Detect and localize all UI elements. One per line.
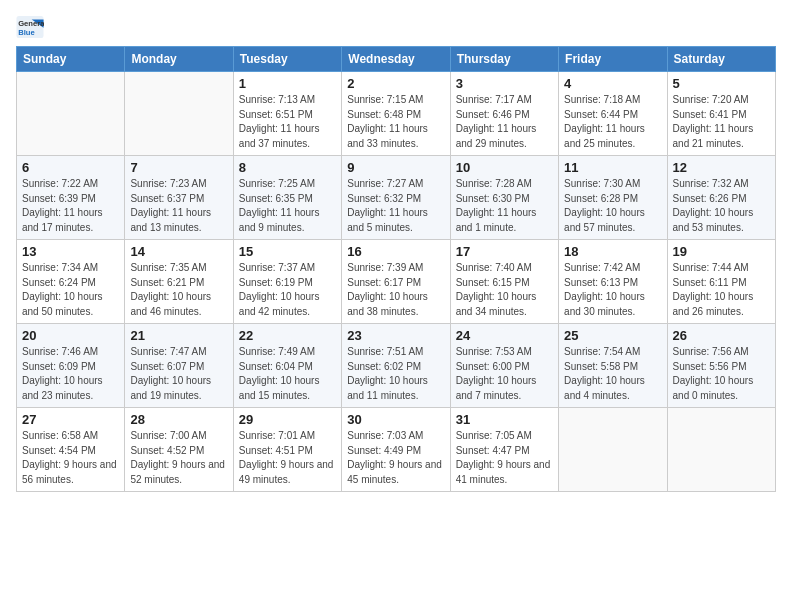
calendar-cell: 19Sunrise: 7:44 AM Sunset: 6:11 PM Dayli… [667,240,775,324]
calendar-cell: 16Sunrise: 7:39 AM Sunset: 6:17 PM Dayli… [342,240,450,324]
day-info: Sunrise: 7:56 AM Sunset: 5:56 PM Dayligh… [673,345,770,403]
day-number: 25 [564,328,661,343]
calendar-cell: 14Sunrise: 7:35 AM Sunset: 6:21 PM Dayli… [125,240,233,324]
calendar-table: SundayMondayTuesdayWednesdayThursdayFrid… [16,46,776,492]
calendar-cell: 9Sunrise: 7:27 AM Sunset: 6:32 PM Daylig… [342,156,450,240]
calendar-cell: 20Sunrise: 7:46 AM Sunset: 6:09 PM Dayli… [17,324,125,408]
day-number: 22 [239,328,336,343]
day-info: Sunrise: 7:51 AM Sunset: 6:02 PM Dayligh… [347,345,444,403]
day-info: Sunrise: 6:58 AM Sunset: 4:54 PM Dayligh… [22,429,119,487]
day-number: 29 [239,412,336,427]
weekday-header-thursday: Thursday [450,47,558,72]
day-info: Sunrise: 7:13 AM Sunset: 6:51 PM Dayligh… [239,93,336,151]
day-number: 2 [347,76,444,91]
calendar-week-row: 27Sunrise: 6:58 AM Sunset: 4:54 PM Dayli… [17,408,776,492]
weekday-header-tuesday: Tuesday [233,47,341,72]
calendar-cell: 1Sunrise: 7:13 AM Sunset: 6:51 PM Daylig… [233,72,341,156]
day-number: 26 [673,328,770,343]
calendar-cell: 17Sunrise: 7:40 AM Sunset: 6:15 PM Dayli… [450,240,558,324]
day-number: 13 [22,244,119,259]
day-number: 1 [239,76,336,91]
day-info: Sunrise: 7:37 AM Sunset: 6:19 PM Dayligh… [239,261,336,319]
day-info: Sunrise: 7:15 AM Sunset: 6:48 PM Dayligh… [347,93,444,151]
day-number: 28 [130,412,227,427]
calendar-cell: 11Sunrise: 7:30 AM Sunset: 6:28 PM Dayli… [559,156,667,240]
day-info: Sunrise: 7:01 AM Sunset: 4:51 PM Dayligh… [239,429,336,487]
calendar-cell: 28Sunrise: 7:00 AM Sunset: 4:52 PM Dayli… [125,408,233,492]
weekday-header-row: SundayMondayTuesdayWednesdayThursdayFrid… [17,47,776,72]
weekday-header-sunday: Sunday [17,47,125,72]
svg-text:Blue: Blue [18,28,35,37]
day-info: Sunrise: 7:46 AM Sunset: 6:09 PM Dayligh… [22,345,119,403]
calendar-cell: 15Sunrise: 7:37 AM Sunset: 6:19 PM Dayli… [233,240,341,324]
day-number: 19 [673,244,770,259]
calendar-cell: 27Sunrise: 6:58 AM Sunset: 4:54 PM Dayli… [17,408,125,492]
day-info: Sunrise: 7:49 AM Sunset: 6:04 PM Dayligh… [239,345,336,403]
day-info: Sunrise: 7:35 AM Sunset: 6:21 PM Dayligh… [130,261,227,319]
calendar-cell: 5Sunrise: 7:20 AM Sunset: 6:41 PM Daylig… [667,72,775,156]
calendar-cell: 29Sunrise: 7:01 AM Sunset: 4:51 PM Dayli… [233,408,341,492]
calendar-cell: 6Sunrise: 7:22 AM Sunset: 6:39 PM Daylig… [17,156,125,240]
day-info: Sunrise: 7:39 AM Sunset: 6:17 PM Dayligh… [347,261,444,319]
day-number: 16 [347,244,444,259]
day-info: Sunrise: 7:53 AM Sunset: 6:00 PM Dayligh… [456,345,553,403]
day-number: 15 [239,244,336,259]
day-number: 12 [673,160,770,175]
day-info: Sunrise: 7:17 AM Sunset: 6:46 PM Dayligh… [456,93,553,151]
calendar-cell: 2Sunrise: 7:15 AM Sunset: 6:48 PM Daylig… [342,72,450,156]
day-info: Sunrise: 7:54 AM Sunset: 5:58 PM Dayligh… [564,345,661,403]
day-number: 9 [347,160,444,175]
calendar-cell [125,72,233,156]
day-info: Sunrise: 7:34 AM Sunset: 6:24 PM Dayligh… [22,261,119,319]
day-info: Sunrise: 7:30 AM Sunset: 6:28 PM Dayligh… [564,177,661,235]
day-info: Sunrise: 7:28 AM Sunset: 6:30 PM Dayligh… [456,177,553,235]
calendar-cell: 30Sunrise: 7:03 AM Sunset: 4:49 PM Dayli… [342,408,450,492]
day-number: 10 [456,160,553,175]
day-info: Sunrise: 7:42 AM Sunset: 6:13 PM Dayligh… [564,261,661,319]
weekday-header-saturday: Saturday [667,47,775,72]
weekday-header-monday: Monday [125,47,233,72]
calendar-cell [667,408,775,492]
calendar-cell: 3Sunrise: 7:17 AM Sunset: 6:46 PM Daylig… [450,72,558,156]
day-info: Sunrise: 7:23 AM Sunset: 6:37 PM Dayligh… [130,177,227,235]
day-number: 18 [564,244,661,259]
day-number: 3 [456,76,553,91]
calendar-cell: 24Sunrise: 7:53 AM Sunset: 6:00 PM Dayli… [450,324,558,408]
calendar-cell [559,408,667,492]
day-info: Sunrise: 7:47 AM Sunset: 6:07 PM Dayligh… [130,345,227,403]
calendar-cell: 18Sunrise: 7:42 AM Sunset: 6:13 PM Dayli… [559,240,667,324]
day-info: Sunrise: 7:27 AM Sunset: 6:32 PM Dayligh… [347,177,444,235]
day-info: Sunrise: 7:00 AM Sunset: 4:52 PM Dayligh… [130,429,227,487]
calendar-week-row: 13Sunrise: 7:34 AM Sunset: 6:24 PM Dayli… [17,240,776,324]
day-info: Sunrise: 7:40 AM Sunset: 6:15 PM Dayligh… [456,261,553,319]
calendar-cell: 10Sunrise: 7:28 AM Sunset: 6:30 PM Dayli… [450,156,558,240]
day-info: Sunrise: 7:25 AM Sunset: 6:35 PM Dayligh… [239,177,336,235]
calendar-cell: 26Sunrise: 7:56 AM Sunset: 5:56 PM Dayli… [667,324,775,408]
calendar-cell [17,72,125,156]
day-number: 20 [22,328,119,343]
day-info: Sunrise: 7:18 AM Sunset: 6:44 PM Dayligh… [564,93,661,151]
calendar-cell: 12Sunrise: 7:32 AM Sunset: 6:26 PM Dayli… [667,156,775,240]
day-number: 17 [456,244,553,259]
weekday-header-wednesday: Wednesday [342,47,450,72]
logo: General Blue [16,16,44,38]
calendar-cell: 22Sunrise: 7:49 AM Sunset: 6:04 PM Dayli… [233,324,341,408]
day-info: Sunrise: 7:03 AM Sunset: 4:49 PM Dayligh… [347,429,444,487]
day-number: 27 [22,412,119,427]
calendar-week-row: 20Sunrise: 7:46 AM Sunset: 6:09 PM Dayli… [17,324,776,408]
day-number: 24 [456,328,553,343]
day-number: 6 [22,160,119,175]
calendar-cell: 4Sunrise: 7:18 AM Sunset: 6:44 PM Daylig… [559,72,667,156]
day-number: 7 [130,160,227,175]
calendar-cell: 21Sunrise: 7:47 AM Sunset: 6:07 PM Dayli… [125,324,233,408]
day-info: Sunrise: 7:20 AM Sunset: 6:41 PM Dayligh… [673,93,770,151]
calendar-cell: 31Sunrise: 7:05 AM Sunset: 4:47 PM Dayli… [450,408,558,492]
day-number: 30 [347,412,444,427]
page-header: General Blue [16,16,776,38]
day-info: Sunrise: 7:32 AM Sunset: 6:26 PM Dayligh… [673,177,770,235]
day-number: 31 [456,412,553,427]
day-number: 8 [239,160,336,175]
calendar-week-row: 1Sunrise: 7:13 AM Sunset: 6:51 PM Daylig… [17,72,776,156]
day-number: 23 [347,328,444,343]
calendar-cell: 25Sunrise: 7:54 AM Sunset: 5:58 PM Dayli… [559,324,667,408]
